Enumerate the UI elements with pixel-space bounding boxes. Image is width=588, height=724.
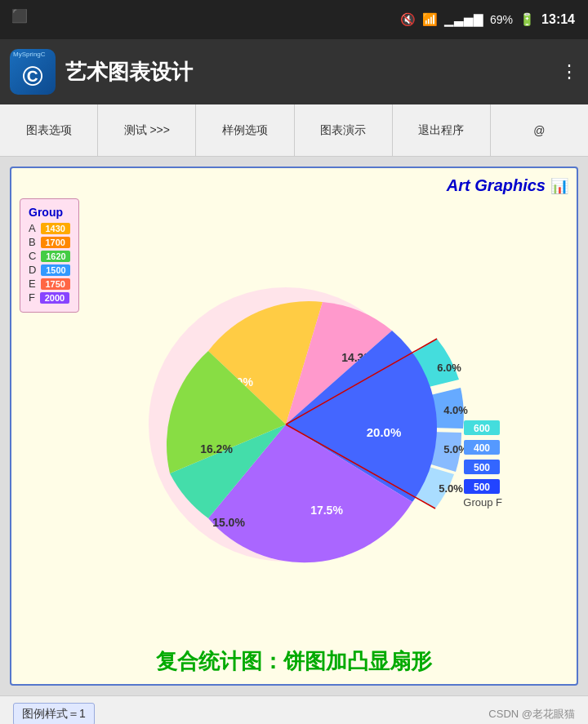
title-bar-left: MySpringC © 艺术图表设计 [10, 49, 193, 95]
screen-icon: ⬛ [11, 8, 28, 24]
menu-button[interactable]: ⋮ [560, 63, 578, 81]
chart-title: Art Graphics [447, 176, 546, 195]
time-label: 13:14 [541, 12, 575, 27]
chart-body: Group A 1430 B 1700 C 1620 D 1500 [20, 198, 568, 642]
chart-bar-icon: 📊 [550, 177, 568, 195]
gf-badge-2: 400 [474, 442, 490, 454]
legend-item-c: C 1620 [29, 250, 70, 262]
legend-badge-c: 1620 [41, 251, 70, 262]
chart-header: Art Graphics 📊 [20, 176, 568, 195]
tab-sample-options[interactable]: 样例选项 [196, 104, 294, 156]
chart-legend: Group A 1430 B 1700 C 1620 D 1500 [20, 198, 79, 313]
gf-badge-4: 500 [474, 482, 490, 493]
chart-container: Art Graphics 📊 Group A 1430 B 1700 C 162… [10, 167, 578, 686]
label-f2: 4.0% [443, 404, 468, 416]
app-badge: MySpringC [13, 51, 46, 58]
chart-svg: 17.0% 14.3% 6.0% 4.0% 5.0% [65, 265, 523, 575]
app-title: 艺术图表设计 [65, 58, 193, 87]
legend-item-e: E 1750 [29, 278, 70, 290]
chart-subtitle: 复合统计图：饼图加凸显扇形 [20, 647, 568, 676]
label-cyan: 15.0% [212, 516, 245, 529]
legend-badge-e: 1750 [41, 278, 70, 290]
label-f4: 5.0% [439, 482, 463, 495]
app-icon: MySpringC © [10, 49, 56, 95]
status-icons: 🔇 📶 ▁▃▅▇ 69% 🔋 13:14 [400, 12, 575, 27]
label-green: 16.2% [200, 442, 233, 455]
main-content: Art Graphics 📊 Group A 1430 B 1700 C 162… [0, 157, 588, 695]
legend-item-d: D 1500 [29, 264, 70, 276]
title-bar: MySpringC © 艺术图表设计 ⋮ [0, 39, 588, 104]
legend-badge-a: 1430 [41, 223, 70, 234]
wifi-icon: 📶 [422, 12, 438, 27]
label-blue: 20.0% [367, 425, 402, 439]
gf-badge-1: 600 [474, 423, 490, 434]
tab-exit[interactable]: 退出程序 [393, 104, 491, 156]
legend-badge-b: 1700 [41, 237, 70, 248]
legend-item-f: F 2000 [29, 291, 70, 304]
tab-test[interactable]: 测试 >>> [98, 104, 196, 156]
legend-item-b: B 1700 [29, 236, 70, 248]
label-f1: 6.0% [437, 362, 461, 374]
battery-icon: 🔋 [519, 12, 535, 27]
tab-at[interactable]: @ [491, 104, 588, 156]
group-f-label: Group F [463, 496, 502, 509]
gf-badge-3: 500 [474, 462, 490, 473]
chart-svg-wrapper: 17.0% 14.3% 6.0% 4.0% 5.0% [20, 198, 568, 642]
status-bar: ⬛ 🔇 📶 ▁▃▅▇ 69% 🔋 13:14 [0, 0, 588, 39]
legend-title: Group [29, 206, 70, 219]
bottom-bar: 图例样式＝1 CSDN @老花眼猫 [0, 695, 588, 724]
legend-badge-f: 2000 [40, 292, 69, 304]
signal-icon: ▁▃▅▇ [444, 12, 483, 27]
mute-icon: 🔇 [400, 12, 416, 27]
legend-badge-d: 1500 [41, 264, 70, 276]
legend-style-label: 图例样式＝1 [13, 703, 95, 725]
legend-item-a: A 1430 [29, 222, 70, 234]
tab-chart-demo[interactable]: 图表演示 [295, 104, 393, 156]
battery-label: 69% [490, 13, 513, 26]
nav-tabs: 图表选项 测试 >>> 样例选项 图表演示 退出程序 @ [0, 104, 588, 157]
tab-chart-options[interactable]: 图表选项 [0, 104, 98, 156]
credit-label: CSDN @老花眼猫 [488, 707, 575, 722]
label-purple: 17.5% [310, 504, 343, 517]
